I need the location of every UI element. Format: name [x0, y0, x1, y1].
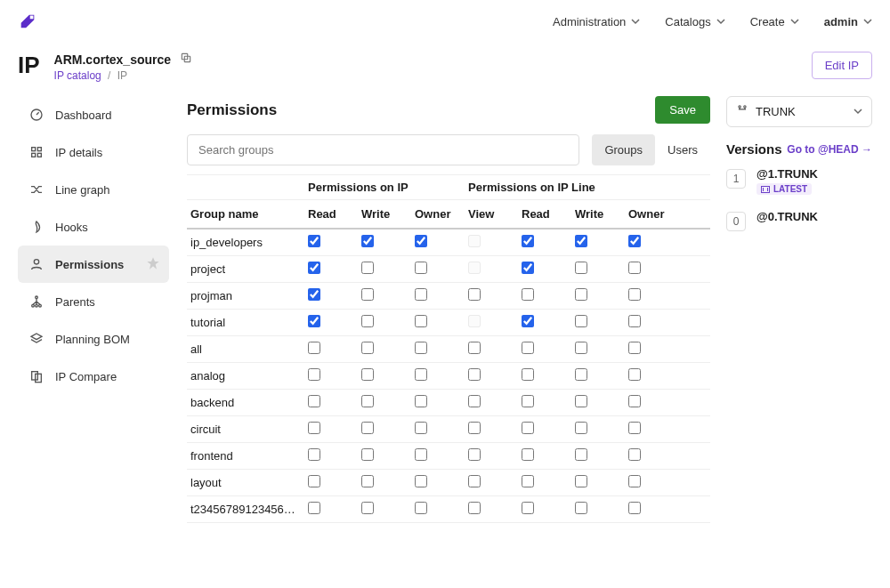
checkbox-line-owner[interactable] [628, 422, 641, 434]
checkbox-line-owner[interactable] [628, 502, 641, 514]
checkbox-line-read[interactable] [522, 368, 534, 381]
checkbox-line-read[interactable] [522, 475, 534, 487]
checkbox-ip-owner[interactable] [415, 262, 427, 274]
checkbox-ip-owner[interactable] [415, 448, 427, 461]
checkbox-line-read[interactable] [522, 395, 534, 407]
sidebar-item-parents[interactable]: Parents [18, 283, 169, 320]
checkbox-ip-read[interactable] [308, 395, 320, 407]
checkbox-ip-owner[interactable] [415, 422, 427, 434]
checkbox-ip-owner[interactable] [415, 502, 427, 514]
checkbox-line-owner[interactable] [628, 262, 641, 274]
checkbox-ip-owner[interactable] [415, 475, 427, 487]
checkbox-line-owner[interactable] [628, 475, 641, 487]
checkbox-ip-owner[interactable] [415, 288, 427, 301]
checkbox-line-write[interactable] [575, 235, 587, 247]
nav-administration[interactable]: Administration [553, 15, 640, 28]
checkbox-ip-read[interactable] [308, 262, 320, 274]
checkbox-ip-read[interactable] [308, 235, 320, 247]
checkbox-line-view[interactable] [468, 475, 481, 487]
checkbox-line-read[interactable] [522, 235, 534, 247]
checkbox-ip-read[interactable] [308, 315, 320, 327]
checkbox-ip-owner[interactable] [415, 342, 427, 354]
checkbox-line-write[interactable] [575, 288, 587, 301]
checkbox-line-view[interactable] [468, 502, 481, 514]
tab-groups[interactable]: Groups [592, 134, 655, 165]
search-input[interactable] [187, 134, 579, 165]
checkbox-ip-owner[interactable] [415, 235, 427, 247]
checkbox-line-view[interactable] [468, 342, 481, 354]
checkbox-line-owner[interactable] [628, 288, 641, 301]
breadcrumb-link[interactable]: IP catalog [54, 69, 101, 82]
sidebar-item-dashboard[interactable]: Dashboard [18, 96, 169, 133]
checkbox-line-read[interactable] [522, 502, 534, 514]
checkbox-ip-write[interactable] [361, 342, 374, 354]
checkbox-line-owner[interactable] [628, 235, 641, 247]
checkbox-line-read[interactable] [522, 315, 534, 327]
checkbox-line-read[interactable] [522, 342, 534, 354]
go-to-head-link[interactable]: Go to @HEAD → [787, 143, 872, 156]
checkbox-ip-write[interactable] [361, 502, 374, 514]
checkbox-line-write[interactable] [575, 475, 587, 487]
checkbox-line-read[interactable] [522, 422, 534, 434]
checkbox-line-view[interactable] [468, 422, 481, 434]
copy-icon [28, 369, 44, 383]
nav-user-menu[interactable]: admin [824, 15, 872, 28]
checkbox-ip-write[interactable] [361, 395, 374, 407]
star-icon[interactable] [146, 256, 160, 273]
sidebar-item-planning-bom[interactable]: Planning BOM [18, 320, 169, 358]
sidebar-item-line-graph[interactable]: Line graph [18, 171, 169, 208]
checkbox-ip-read[interactable] [308, 448, 320, 461]
checkbox-line-write[interactable] [575, 342, 587, 354]
checkbox-ip-owner[interactable] [415, 395, 427, 407]
checkbox-ip-read[interactable] [308, 342, 320, 354]
checkbox-line-write[interactable] [575, 315, 587, 327]
checkbox-ip-read[interactable] [308, 422, 320, 434]
checkbox-line-view[interactable] [468, 288, 481, 301]
checkbox-ip-read[interactable] [308, 475, 320, 487]
sidebar-item-ip-compare[interactable]: IP Compare [18, 358, 169, 395]
branch-select[interactable]: TRUNK [726, 96, 872, 127]
checkbox-ip-read[interactable] [308, 368, 320, 381]
checkbox-line-read[interactable] [522, 262, 534, 274]
sidebar-item-hooks[interactable]: Hooks [18, 208, 169, 246]
checkbox-line-owner[interactable] [628, 315, 641, 327]
checkbox-line-view[interactable] [468, 395, 481, 407]
checkbox-ip-read[interactable] [308, 288, 320, 301]
checkbox-ip-write[interactable] [361, 235, 374, 247]
edit-ip-button[interactable]: Edit IP [812, 52, 872, 79]
checkbox-ip-write[interactable] [361, 422, 374, 434]
version-item[interactable]: 0@0.TRUNK [726, 210, 872, 231]
sidebar-item-ip-details[interactable]: IP details [18, 133, 169, 171]
checkbox-line-read[interactable] [522, 448, 534, 461]
save-button[interactable]: Save [655, 96, 710, 124]
logo[interactable] [18, 12, 37, 31]
checkbox-ip-write[interactable] [361, 368, 374, 381]
checkbox-ip-owner[interactable] [415, 368, 427, 381]
checkbox-line-write[interactable] [575, 368, 587, 381]
checkbox-line-read[interactable] [522, 288, 534, 301]
checkbox-line-owner[interactable] [628, 395, 641, 407]
checkbox-line-write[interactable] [575, 502, 587, 514]
version-item[interactable]: 1@1.TRUNKLATEST [726, 167, 872, 196]
checkbox-line-owner[interactable] [628, 368, 641, 381]
tab-users[interactable]: Users [655, 134, 710, 165]
checkbox-line-owner[interactable] [628, 448, 641, 461]
checkbox-line-write[interactable] [575, 422, 587, 434]
checkbox-ip-write[interactable] [361, 475, 374, 487]
checkbox-line-view[interactable] [468, 368, 481, 381]
checkbox-ip-write[interactable] [361, 448, 374, 461]
copy-icon[interactable] [180, 52, 192, 67]
checkbox-line-owner[interactable] [628, 342, 641, 354]
checkbox-ip-write[interactable] [361, 262, 374, 274]
nav-create[interactable]: Create [750, 15, 799, 28]
checkbox-line-view[interactable] [468, 448, 481, 461]
nav-catalogs[interactable]: Catalogs [665, 15, 724, 28]
checkbox-ip-write[interactable] [361, 315, 374, 327]
checkbox-line-write[interactable] [575, 448, 587, 461]
checkbox-line-write[interactable] [575, 395, 587, 407]
checkbox-ip-owner[interactable] [415, 315, 427, 327]
checkbox-line-write[interactable] [575, 262, 587, 274]
sidebar-item-permissions[interactable]: Permissions [18, 246, 169, 283]
checkbox-ip-write[interactable] [361, 288, 374, 301]
checkbox-ip-read[interactable] [308, 502, 320, 514]
